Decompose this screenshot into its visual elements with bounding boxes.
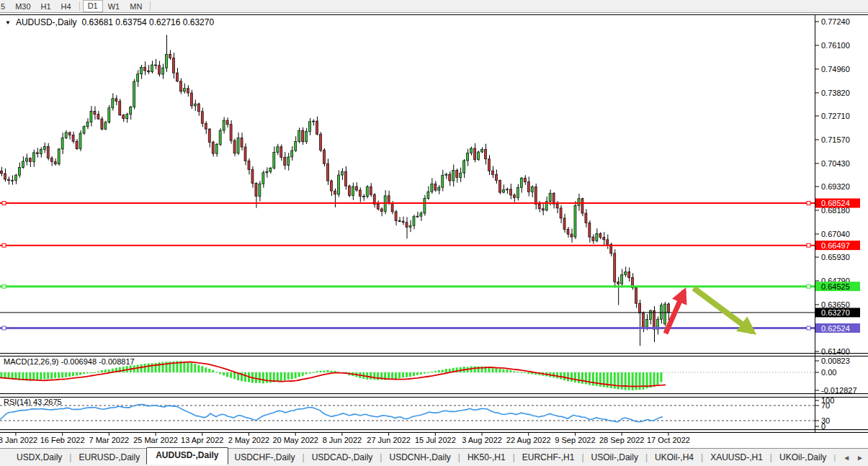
date-tick-label: 9 Sep 2022 <box>555 436 595 444</box>
tab-audusd-daily[interactable]: AUDUSD-,Daily <box>146 447 228 465</box>
date-tick-label: 17 Oct 2022 <box>647 436 690 444</box>
tab-xauusd-h1[interactable]: XAUUSD-,H1 <box>704 450 769 465</box>
tab-divider: | <box>458 452 460 462</box>
macd-tick-label: 0.00823 <box>821 357 850 365</box>
tab-divider: | <box>380 452 382 462</box>
hline-price-label: 0.63270 <box>821 308 850 317</box>
date-tick-label: 7 Mar 2022 <box>89 436 130 444</box>
date-tick-label: 28 Jan 2022 <box>0 436 37 444</box>
price-tick-label: 0.72710 <box>821 112 850 120</box>
timeframe-button-m30[interactable]: M30 <box>10 1 35 12</box>
timeframe-button-5[interactable]: 5 <box>0 1 10 12</box>
chart-title: ▼ AUDUSD-,Daily 0.63681 0.63754 0.62716 … <box>5 17 214 27</box>
tab-divider: | <box>701 452 703 462</box>
rsi-tick-label: 70 <box>821 401 830 410</box>
price-tick-label: 0.65930 <box>821 253 850 261</box>
price-tick-label: 0.67040 <box>821 230 850 238</box>
date-tick-label: 20 May 2022 <box>272 436 318 444</box>
date-tick-label: 28 Sep 2022 <box>599 436 644 444</box>
tab-ukoil-h4[interactable]: UKOil-,H4 <box>648 450 700 465</box>
tab-usoil-daily[interactable]: USOil-,Daily <box>585 450 645 465</box>
panel-splitter[interactable] <box>0 394 868 397</box>
collapse-arrow-icon[interactable]: ▼ <box>5 19 11 26</box>
hline-price-label: 0.62524 <box>821 324 850 333</box>
tab-usdchf-daily[interactable]: USDCHF-,Daily <box>228 450 302 465</box>
price-tick-label: 0.77240 <box>821 17 850 26</box>
ohlc-values: 0.63681 0.63754 0.62716 0.63270 <box>82 17 215 27</box>
tab-eurchf-h1[interactable]: EURCHF-,H1 <box>516 450 581 465</box>
tab-usdx-daily[interactable]: USDX,Daily <box>10 450 68 465</box>
date-tick-label: 22 Aug 2022 <box>506 436 551 444</box>
symbol-tabbar: USDX,Daily|EURUSD-,DailyAUDUSD-,DailyUSD… <box>0 448 868 466</box>
date-tick-label: 15 Jul 2022 <box>415 436 456 444</box>
symbol-tabs: USDX,Daily|EURUSD-,DailyAUDUSD-,DailyUSD… <box>10 450 833 465</box>
tab-divider: | <box>513 452 515 462</box>
date-tick-label: 16 Feb 2022 <box>40 436 85 444</box>
tab-divider: | <box>303 452 305 462</box>
tab-scroll-arrows: | ◄ ► <box>833 454 864 462</box>
panel-splitter[interactable] <box>0 354 868 356</box>
date-tick-label: 27 Jun 2022 <box>367 436 411 444</box>
tab-eurusd-daily[interactable]: EURUSD-,Daily <box>72 450 146 465</box>
date-tick-label: 25 Mar 2022 <box>133 436 178 444</box>
tab-scroll-left-icon[interactable]: ◄ <box>843 454 850 462</box>
price-tick-label: 0.76100 <box>821 41 850 50</box>
tab-usdcnh-daily[interactable]: USDCNH-,Daily <box>382 450 457 465</box>
hline-price-label: 0.68524 <box>821 199 850 207</box>
tab-divider: | <box>770 452 772 462</box>
timeframe-button-h4[interactable]: H4 <box>56 1 76 12</box>
symbol-period-label: AUDUSD-,Daily <box>16 17 77 27</box>
tab-ukoil-daily[interactable]: UKOil-,Daily <box>773 450 833 465</box>
hline-price-label: 0.64525 <box>821 282 850 291</box>
timeframe-button-mn[interactable]: MN <box>125 1 147 12</box>
price-tick-label: 0.71570 <box>821 135 850 144</box>
tab-divider: | <box>69 452 71 462</box>
price-tick-label: 0.73820 <box>821 89 850 97</box>
tab-usdcad-daily[interactable]: USDCAD-,Daily <box>305 450 380 465</box>
price-tick-label: 0.61400 <box>821 347 850 356</box>
toolbar-separator <box>79 1 80 11</box>
timeframe-button-d1[interactable]: D1 <box>83 0 103 12</box>
date-tick-label: 3 Aug 2022 <box>462 436 502 444</box>
price-tick-label: 0.74960 <box>821 65 850 73</box>
timeframe-button-w1[interactable]: W1 <box>103 1 125 12</box>
date-tick-label: 13 Apr 2022 <box>181 436 223 444</box>
tab-divider: | <box>581 452 583 462</box>
hline-price-label: 0.66497 <box>821 241 850 250</box>
tab-divider: | <box>645 452 648 462</box>
price-tick-label: 0.70430 <box>821 159 850 168</box>
tab-scroll-right-icon[interactable]: ► <box>856 454 864 462</box>
date-tick-label: 2 May 2022 <box>228 436 269 444</box>
macd-tick-label: 0.00 <box>821 368 836 377</box>
panel-splitter <box>0 430 868 432</box>
macd-tick-label: -0.012827 <box>821 386 857 395</box>
mt4-window: 5M30H1H4D1W1MN 0.772400.761000.749600.73… <box>0 0 868 466</box>
toolbar-separator <box>150 1 151 11</box>
chart-canvas[interactable]: 0.772400.761000.749600.738200.727100.715… <box>0 0 868 466</box>
date-tick-label: 8 Jun 2022 <box>323 436 362 444</box>
price-tick-label: 0.69320 <box>821 182 850 191</box>
tab-hk50-h1[interactable]: HK50-,H1 <box>461 450 512 465</box>
chart-background <box>0 13 868 466</box>
rsi-indicator-label: RSI(14) 43.2675 <box>4 398 62 406</box>
tab-divider: | <box>834 454 836 462</box>
rsi-tick-label: 0 <box>821 422 826 431</box>
timeframe-button-h1[interactable]: H1 <box>36 1 56 12</box>
timeframe-toolbar: 5M30H1H4D1W1MN <box>0 0 868 13</box>
macd-indicator-label: MACD(12,26,9) -0.006948 -0.008817 <box>4 357 135 366</box>
